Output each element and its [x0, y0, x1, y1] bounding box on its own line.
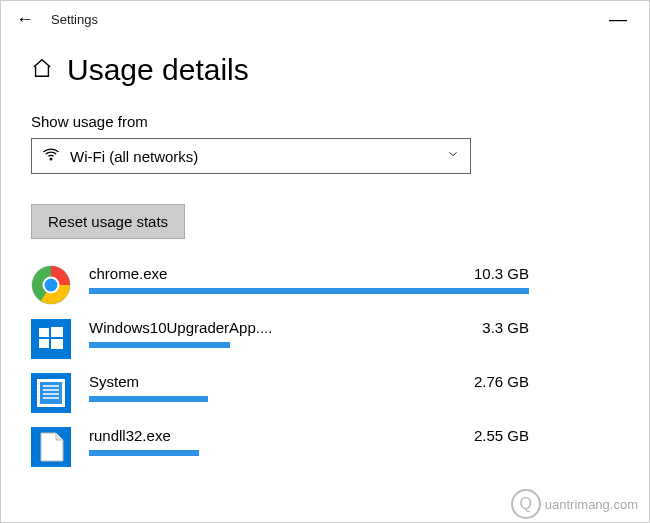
svg-rect-6: [39, 328, 49, 337]
app-data-usage: 10.3 GB: [474, 265, 529, 282]
app-icon: [31, 373, 71, 413]
back-button[interactable]: ←: [9, 9, 41, 30]
app-name: rundll32.exe: [89, 427, 171, 444]
app-usage-item[interactable]: Windows10UpgraderApp....3.3 GB: [31, 319, 619, 359]
app-icon: [31, 319, 71, 359]
app-icon: [31, 265, 71, 305]
app-icon: [31, 427, 71, 467]
page-title: Usage details: [67, 53, 249, 87]
usage-bar: [89, 342, 529, 348]
show-usage-label: Show usage from: [31, 113, 619, 130]
usage-bar: [89, 450, 529, 456]
svg-rect-7: [51, 327, 63, 337]
chevron-down-icon: [446, 147, 460, 165]
svg-rect-8: [39, 339, 49, 348]
svg-point-4: [45, 279, 58, 292]
app-data-usage: 3.3 GB: [482, 319, 529, 336]
home-icon[interactable]: [31, 57, 53, 83]
svg-point-0: [50, 158, 52, 160]
app-usage-item[interactable]: chrome.exe10.3 GB: [31, 265, 619, 305]
app-usage-item[interactable]: rundll32.exe2.55 GB: [31, 427, 619, 467]
app-name: System: [89, 373, 139, 390]
app-name: Windows10UpgraderApp....: [89, 319, 272, 336]
svg-rect-9: [51, 339, 63, 349]
window-title: Settings: [51, 12, 98, 27]
usage-bar: [89, 288, 529, 294]
app-usage-list: chrome.exe10.3 GBWindows10UpgraderApp...…: [31, 265, 619, 467]
usage-bar: [89, 396, 529, 402]
minimize-button[interactable]: —: [595, 9, 641, 30]
watermark: Quantrimang.com: [511, 489, 638, 519]
reset-usage-button[interactable]: Reset usage stats: [31, 204, 185, 239]
usage-source-dropdown[interactable]: Wi-Fi (all networks): [31, 138, 471, 174]
wifi-icon: [42, 145, 60, 167]
app-name: chrome.exe: [89, 265, 167, 282]
dropdown-selected-text: Wi-Fi (all networks): [70, 148, 446, 165]
app-data-usage: 2.55 GB: [474, 427, 529, 444]
app-usage-item[interactable]: System2.76 GB: [31, 373, 619, 413]
app-data-usage: 2.76 GB: [474, 373, 529, 390]
